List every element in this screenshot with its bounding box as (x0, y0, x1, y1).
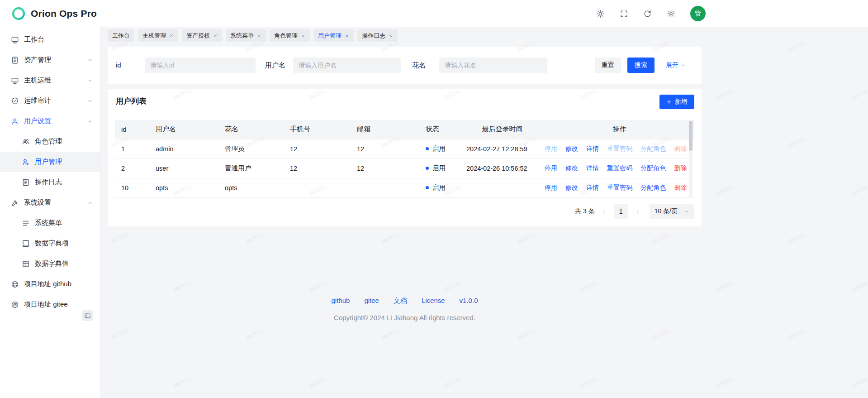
detail-link[interactable]: 详情 (586, 145, 599, 152)
close-icon[interactable] (169, 34, 174, 38)
footer-link-license[interactable]: License (422, 297, 445, 305)
prev-page-icon[interactable] (602, 209, 607, 214)
cell-actions: 停用 修改 详情 重置密码 分配角色 删除 (545, 178, 694, 197)
next-page-icon[interactable] (635, 209, 640, 214)
expand-toggle[interactable]: 展开 (666, 58, 686, 73)
delete-link[interactable]: 删除 (674, 184, 687, 191)
sidebar-item-label: 用户设置 (24, 117, 51, 125)
copyright: Copyright© 2024 Li Jiahang All rights re… (108, 314, 702, 321)
tab-operation-logs[interactable]: 操作日志 (357, 29, 398, 42)
sidebar-item-system-settings[interactable]: 系统设置 (0, 192, 100, 213)
close-icon[interactable] (345, 34, 349, 38)
fullscreen-icon[interactable] (620, 10, 628, 18)
reset-button[interactable]: 重置 (595, 58, 621, 73)
table-scrollbar[interactable] (689, 120, 693, 197)
sidebar-item-assets[interactable]: 资产管理 (0, 50, 100, 70)
close-icon[interactable] (301, 34, 305, 38)
current-page[interactable]: 1 (614, 204, 628, 219)
delete-link[interactable]: 删除 (674, 164, 687, 172)
sidebar-item-dict-items[interactable]: 数据字典项 (0, 233, 100, 254)
sidebar-item-host-ops[interactable]: 主机运维 (0, 70, 100, 91)
sidebar-item-github[interactable]: 项目地址 github (0, 274, 100, 294)
theme-icon[interactable] (596, 10, 605, 18)
tab-user-management[interactable]: 用户管理 (313, 29, 354, 42)
brand: Orion Ops Pro (11, 0, 97, 27)
tab-system-menu[interactable]: 系统菜单 (226, 29, 266, 42)
reset-password-link[interactable]: 重置密码 (607, 164, 632, 172)
cell-status: 启用 (419, 158, 460, 178)
col-nickname: 花名 (218, 120, 284, 139)
cell-phone (284, 178, 351, 197)
delete-link[interactable]: 删除 (674, 145, 687, 152)
cell-actions: 停用 修改 详情 重置密码 分配角色 删除 (545, 158, 694, 178)
id-input[interactable] (145, 58, 256, 73)
sidebar-item-role-management[interactable]: 角色管理 (0, 131, 100, 152)
detail-link[interactable]: 详情 (586, 164, 599, 172)
book-icon (22, 240, 30, 248)
avatar[interactable]: 管 (690, 6, 706, 21)
sidebar-item-workbench[interactable]: 工作台 (0, 29, 100, 50)
search-button[interactable]: 搜索 (627, 58, 655, 73)
table-header-row: id 用户名 花名 手机号 邮箱 状态 最后登录时间 操作 (115, 120, 694, 139)
nickname-input[interactable] (439, 58, 547, 73)
assign-role-link[interactable]: 分配角色 (640, 145, 666, 152)
reset-password-link[interactable]: 重置密码 (607, 145, 632, 152)
edit-link[interactable]: 修改 (565, 184, 578, 191)
status-text: 启用 (432, 164, 446, 172)
reset-password-link[interactable]: 重置密码 (607, 184, 632, 191)
sidebar-item-system-menu[interactable]: 系统菜单 (0, 213, 100, 233)
tab-label: 主机管理 (142, 32, 166, 40)
logs-icon (22, 178, 30, 187)
footer-link-gitee[interactable]: gitee (364, 297, 379, 305)
close-icon[interactable] (257, 34, 261, 38)
edit-link[interactable]: 修改 (565, 164, 578, 172)
disable-link[interactable]: 停用 (545, 164, 557, 172)
edit-link[interactable]: 修改 (565, 145, 578, 152)
header-actions: 管 (596, 0, 706, 27)
footer-link-version[interactable]: v1.0.0 (460, 297, 478, 305)
assign-role-link[interactable]: 分配角色 (640, 164, 666, 172)
refresh-icon[interactable] (643, 10, 652, 18)
sidebar-item-user-settings[interactable]: 用户设置 (0, 111, 100, 131)
page-size-value: 10 条/页 (655, 207, 678, 216)
github-icon (11, 280, 19, 288)
status-text: 启用 (432, 145, 446, 152)
sidebar-collapse-button[interactable] (82, 310, 93, 321)
add-user-button[interactable]: 新增 (659, 95, 694, 109)
field-label-id: id (116, 58, 121, 73)
scrollbar-thumb[interactable] (689, 121, 693, 151)
tab-host-management[interactable]: 主机管理 (138, 29, 178, 42)
chevron-down-icon (87, 98, 93, 104)
gitee-icon (11, 301, 19, 309)
sidebar-item-ops-audit[interactable]: 运维审计 (0, 91, 100, 111)
tab-asset-authorization[interactable]: 资产授权 (182, 29, 222, 42)
close-icon[interactable] (213, 34, 218, 38)
sidebar-item-label: 用户管理 (35, 158, 62, 166)
username-input[interactable] (293, 58, 401, 73)
app-logo-icon (11, 6, 26, 21)
tab-role-management[interactable]: 角色管理 (270, 29, 310, 42)
app-header: Orion Ops Pro 管 (0, 0, 868, 27)
disable-link[interactable]: 停用 (545, 184, 557, 191)
chevron-up-icon (87, 200, 93, 206)
disable-link[interactable]: 停用 (545, 145, 557, 152)
sidebar-item-user-management[interactable]: 用户管理 (0, 152, 100, 172)
collapse-panel-icon (84, 312, 91, 319)
close-icon[interactable] (389, 34, 393, 38)
sidebar-item-dict-values[interactable]: 数据字典值 (0, 254, 100, 274)
col-id: id (115, 120, 149, 139)
settings-gear-icon[interactable] (667, 10, 675, 18)
detail-link[interactable]: 详情 (586, 184, 599, 191)
tab-workbench[interactable]: 工作台 (108, 29, 134, 42)
assign-role-link[interactable]: 分配角色 (640, 184, 666, 191)
main-content: 工作台 主机管理 资产授权 系统菜单 角色管理 用户管理 操作日志 id (100, 27, 868, 398)
sidebar-item-operation-logs[interactable]: 操作日志 (0, 172, 100, 192)
user-icon (11, 117, 19, 125)
footer-link-github[interactable]: github (332, 297, 350, 305)
footer-link-docs[interactable]: 文档 (394, 297, 407, 305)
cell-status: 启用 (419, 139, 460, 158)
col-phone: 手机号 (284, 120, 351, 139)
page-size-select[interactable]: 10 条/页 (650, 204, 694, 219)
app-title: Orion Ops Pro (31, 8, 97, 19)
sidebar-item-label: 项目地址 github (24, 280, 71, 288)
